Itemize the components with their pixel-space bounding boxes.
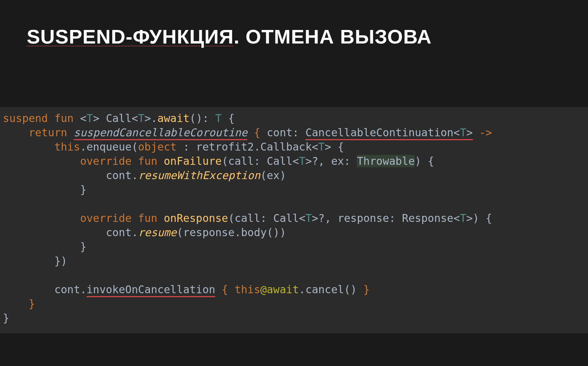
punct-colon: : [344,155,350,167]
punct-lt: < [80,112,87,124]
slide-title: SUSPEND-ФУНКЦИЯ. ОТМЕНА ВЫЗОВА [27,25,432,48]
punct-lt: < [293,155,299,167]
punct-rparen: ) [61,255,67,267]
punct-lparen: ( [222,155,228,167]
punct-dot: . [80,283,87,296]
punct-lparen: ( [260,169,267,182]
punct-lbrace: { [222,283,228,296]
punct-dot: . [131,169,138,182]
kw-fun: fun [138,212,157,224]
id-ex: ex [267,169,280,182]
punct-rbrace: } [29,298,35,310]
kw-fun: fun [138,155,157,167]
id-Call: Call [106,112,131,124]
punct-rparen: ) [280,226,286,239]
id-cont: cont [55,283,80,296]
punct-colon: : [389,212,396,224]
id-cont: cont [267,126,293,139]
punct-gt: > [305,155,312,167]
punct-gt: > [325,141,331,153]
tparam-T: T [460,126,466,139]
fn-onFailure: onFailure [164,155,222,167]
id-CancellableContinuation: CancellableContinuation [305,126,453,139]
punct-dot: . [131,226,138,239]
punct-dot: . [151,112,157,124]
fn-invokeOnCancellation: invokeOnCancellation [87,283,215,297]
punct-gt: > [93,112,99,124]
punct-lt: < [453,212,460,224]
punct-lt: < [299,212,305,224]
code-snippet: suspend fun <T> Call<T>.await(): T { ret… [0,107,588,333]
id-Call: Call [267,155,293,167]
punct-dot: . [80,141,87,153]
punct-rbrace: } [80,240,87,253]
punct-comma: , [325,212,331,224]
punct-lparen: ( [131,141,138,153]
id-cont: cont [106,169,131,182]
punct-colon: : [261,212,267,224]
punct-rparen: ) [196,112,202,124]
id-call: call [234,212,260,224]
kw-override: override [80,212,132,224]
punct-colon: : [202,112,209,124]
kw-suspend: suspend [3,112,48,124]
id-response: response [183,226,235,239]
punct-rparen: ) [273,226,280,239]
punct-gt: > [144,112,151,124]
punct-comma: , [318,155,325,167]
title-part2: ОТМЕНА ВЫЗОВА [246,25,432,48]
tparam-T: T [305,212,312,224]
id-enqueue: enqueue [87,141,131,153]
punct-lbrace: { [228,112,234,124]
punct-rbrace: } [80,183,87,196]
punct-rparen: ) [473,212,479,224]
kw-override: override [80,155,132,167]
punct-lparen: ( [267,226,273,239]
id-cont: cont [106,226,131,239]
punct-rbrace: } [363,283,370,296]
arrow: -> [479,126,492,139]
slide-root: SUSPEND-ФУНКЦИЯ. ОТМЕНА ВЫЗОВА suspend f… [0,0,588,366]
tparam-T: T [87,112,93,124]
id-body: body [241,226,267,239]
punct-rbrace: } [55,255,61,267]
id-Throwable: Throwable [357,155,415,167]
fn-suspendCancellableCoroutine: suspendCancellableCoroutine [74,126,248,140]
fn-await: await [158,112,190,124]
punct-lparen: ( [177,226,183,239]
punct-gt: > [466,212,473,224]
id-Callback: Callback [261,141,312,153]
punct-qmark: ? [318,212,325,224]
punct-colon: : [254,155,260,167]
id-Call: Call [273,212,299,224]
punct-lparen: ( [228,212,234,224]
punct-lbrace: { [428,155,434,167]
kw-this: this [234,283,260,296]
punct-lparen: ( [344,283,350,296]
punct-rparen: ) [280,169,286,182]
at-await: @await [260,283,299,296]
id-Response: Response [402,212,454,224]
punct-rparen: ) [415,155,421,167]
kw-object: object [138,141,176,153]
punct-lt: < [131,112,138,124]
punct-colon: : [293,126,299,139]
id-ex: ex [331,155,344,167]
punct-lbrace: { [486,212,492,224]
kw-this: this [55,141,80,153]
kw-return: return [29,126,67,139]
title-part1: SUSPEND-ФУНКЦИЯ [27,25,234,48]
fn-resume: resume [138,226,176,239]
id-response: response [337,212,389,224]
tparam-T: T [460,212,466,224]
tparam-T: T [318,141,325,153]
tparam-T: T [299,155,305,167]
title-dot: . [234,25,246,48]
punct-colon: : [183,141,190,153]
tparam-T: T [215,112,222,124]
punct-rparen: ) [350,283,357,296]
punct-lt: < [453,126,460,139]
kw-fun: fun [55,112,74,124]
fn-onResponse: onResponse [164,212,228,224]
punct-lt: < [312,141,318,153]
